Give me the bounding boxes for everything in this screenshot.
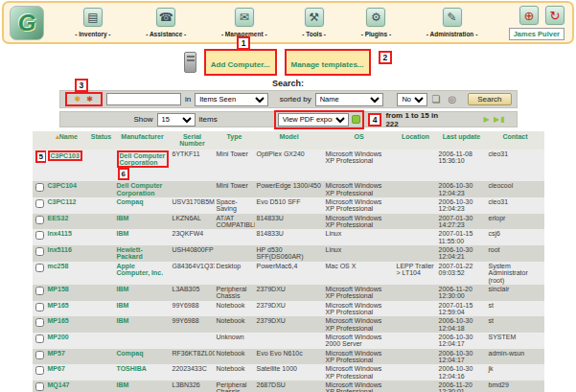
glpi-logo[interactable]: G bbox=[10, 6, 44, 40]
next-page-icon[interactable]: ▶ bbox=[484, 115, 491, 124]
cell-checkbox bbox=[33, 245, 46, 262]
header-os[interactable]: OS bbox=[324, 131, 395, 150]
cell-manufacturer[interactable]: IBM bbox=[115, 316, 171, 333]
row-checkbox[interactable] bbox=[35, 247, 44, 256]
cell-updated: 2007-01-22 09:03:52 bbox=[437, 262, 487, 285]
cell-manufacturer[interactable]: Compaq bbox=[115, 349, 171, 365]
manage-templates-link[interactable]: Manage templates... bbox=[291, 60, 364, 69]
header-last-update[interactable]: Last update bbox=[437, 131, 487, 150]
add-computer-link[interactable]: Add Computer... bbox=[211, 60, 270, 69]
cell-updated: 2007-01-30 14:27:23 bbox=[437, 214, 487, 230]
cell-checkbox bbox=[33, 301, 46, 317]
cell-model: HP d530 SFF(DS060AR) bbox=[255, 245, 324, 262]
menu-item-inventory[interactable]: ▤ - Inventory - bbox=[75, 8, 110, 37]
pagination-arrows[interactable]: ▶ ▶▮ bbox=[484, 115, 506, 124]
row-checkbox[interactable] bbox=[35, 287, 44, 295]
global-search-icon[interactable]: ◎ bbox=[448, 95, 456, 104]
cell-name[interactable]: mc258 bbox=[46, 262, 88, 285]
display-options-icon[interactable]: ❏ bbox=[431, 95, 440, 104]
cell-manufacturer[interactable]: Hewlett-Packard bbox=[115, 245, 171, 262]
cell-os: Microsoft Windows XP Professional bbox=[324, 316, 395, 333]
pagination-range: from 1 to 15 in 222 bbox=[385, 111, 452, 128]
cell-checkbox bbox=[33, 229, 46, 245]
help-icon[interactable]: ⊕ bbox=[519, 6, 539, 25]
search-star-icon[interactable]: ✱ bbox=[75, 95, 81, 104]
cell-name[interactable]: MP67 bbox=[46, 364, 88, 380]
annotation-box-manufacturer[interactable]: Dell Computer Corporation bbox=[117, 150, 169, 169]
sort-select[interactable]: Name bbox=[315, 93, 384, 106]
case-sensitive-select[interactable]: No bbox=[397, 93, 427, 106]
row-checkbox[interactable] bbox=[35, 303, 44, 311]
cell-name[interactable]: MP200 bbox=[46, 333, 88, 349]
cell-name[interactable]: lnx5116 bbox=[46, 245, 88, 262]
cell-updated: 2006-11-20 12:30:00 bbox=[437, 285, 487, 301]
row-checkbox[interactable] bbox=[35, 199, 44, 208]
row-checkbox[interactable] bbox=[35, 366, 44, 375]
cell-manufacturer[interactable]: IBM bbox=[115, 380, 171, 392]
cell-manufacturer[interactable]: IBM bbox=[115, 229, 171, 245]
cell-status bbox=[88, 214, 115, 230]
header-contact[interactable]: Contact bbox=[487, 131, 544, 150]
row-checkbox[interactable] bbox=[35, 334, 44, 343]
cell-type: Notebook bbox=[215, 364, 255, 380]
cell-name[interactable]: MP57 bbox=[46, 349, 88, 365]
cell-name[interactable]: C3PC104 bbox=[46, 181, 88, 197]
current-user[interactable]: James Pulver bbox=[509, 28, 564, 40]
cell-name[interactable]: EES32 bbox=[46, 214, 88, 230]
cell-manufacturer[interactable]: IBM bbox=[115, 301, 171, 317]
header-type[interactable]: Type bbox=[215, 131, 255, 150]
cell-name[interactable]: C3PC103 bbox=[46, 150, 88, 182]
table-row: lnx4115IBM23QKFW4814833ULinux2007-01-15 … bbox=[33, 229, 544, 245]
cell-name[interactable]: MQ147 bbox=[46, 380, 88, 392]
menu-item-assistance[interactable]: ☎ - Assistance - bbox=[146, 8, 186, 37]
search-button[interactable]: Search bbox=[468, 93, 511, 105]
page-size-select[interactable]: 15 bbox=[157, 113, 196, 127]
cell-os: Microsoft Windows XP Professional bbox=[324, 380, 395, 392]
row-checkbox[interactable] bbox=[35, 216, 44, 224]
cell-manufacturer[interactable]: Compaq bbox=[115, 197, 171, 214]
row-checkbox[interactable] bbox=[35, 231, 44, 240]
cell-name[interactable]: MP165 bbox=[46, 316, 88, 333]
cell-type: Notebook bbox=[215, 349, 255, 365]
row-checkbox[interactable] bbox=[35, 264, 44, 272]
search-star-icon[interactable]: ✱ bbox=[86, 95, 93, 104]
last-page-icon[interactable]: ▶▮ bbox=[494, 115, 506, 124]
cell-manufacturer[interactable]: IBM bbox=[115, 285, 171, 301]
cell-name[interactable]: lnx4115 bbox=[46, 229, 88, 245]
row-checkbox[interactable] bbox=[35, 318, 44, 327]
header-serial[interactable]: Serial Number bbox=[171, 131, 215, 150]
cell-name[interactable]: MP158 bbox=[46, 285, 88, 301]
cell-manufacturer[interactable]: Apple Computer, Inc. bbox=[115, 262, 171, 285]
cell-name[interactable]: C3PC112 bbox=[46, 197, 88, 214]
header-name[interactable]: ▴Name bbox=[46, 131, 88, 150]
search-field-select[interactable]: Items Seen bbox=[195, 93, 268, 106]
cell-serial: RF36KT8ZL007 bbox=[171, 349, 215, 365]
cell-name[interactable]: MP165 bbox=[46, 301, 88, 317]
menu-item-plugins[interactable]: ⚙ - Plugins - bbox=[361, 8, 391, 37]
header-manufacturer[interactable]: Manufacturer bbox=[115, 131, 171, 150]
cell-manufacturer[interactable]: IBM bbox=[115, 214, 171, 230]
computer-icon bbox=[184, 52, 196, 73]
export-go-icon[interactable] bbox=[352, 115, 360, 124]
cell-manufacturer[interactable]: Dell Computer Corporation6 bbox=[115, 150, 171, 182]
row-checkbox[interactable] bbox=[35, 351, 44, 359]
cell-manufacturer[interactable]: TOSHIBA bbox=[115, 364, 171, 380]
header-model[interactable]: Model bbox=[255, 131, 324, 150]
row-checkbox[interactable] bbox=[35, 382, 44, 391]
annotation-box-name[interactable]: C3PC103 bbox=[48, 150, 82, 161]
cell-contact: cleo31 bbox=[487, 150, 544, 182]
annotation-label-2: 2 bbox=[379, 51, 393, 64]
cell-manufacturer[interactable]: Dell Computer Corporation bbox=[115, 181, 171, 197]
header-status[interactable]: Status bbox=[88, 131, 115, 150]
menu-item-management[interactable]: ✉ - Management - bbox=[221, 8, 267, 37]
menu-item-tools[interactable]: ⚒ - Tools - bbox=[302, 8, 326, 37]
header-location[interactable]: Location bbox=[395, 131, 437, 150]
row-checkbox[interactable] bbox=[35, 183, 44, 192]
cell-updated: 2006-11-08 15:36:10 bbox=[437, 150, 487, 182]
search-input[interactable] bbox=[106, 93, 181, 105]
cell-type: Notebook bbox=[215, 301, 255, 317]
annotation-label-6: 6 bbox=[118, 168, 129, 180]
export-select[interactable]: View PDF export bbox=[278, 113, 349, 127]
logout-icon[interactable]: ↻ bbox=[545, 6, 564, 25]
menu-item-administration[interactable]: ✎ - Administration - bbox=[426, 8, 478, 37]
